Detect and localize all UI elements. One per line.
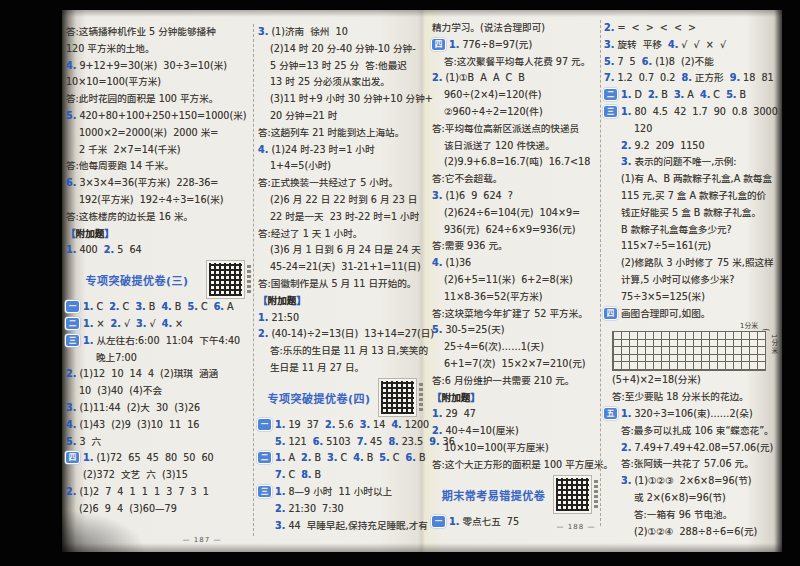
answer-text: 40÷4=10(厘米) <box>442 425 518 436</box>
section-marker-box: 一 <box>258 419 271 430</box>
answer-number: 3. <box>135 301 145 312</box>
answer-line: (1)有 A、B 两款粽子礼盒,A 款每盒 <box>604 171 780 188</box>
answer-number: 6. <box>214 301 224 312</box>
answer-line: 答:需要 936 元。 <box>432 238 599 255</box>
answer-text: 23.5 <box>399 436 430 447</box>
answer-line: 4. 9+12+9=30(米) 30÷3=10(米) <box>66 58 252 75</box>
answer-line: 20 分钟=21 时 <box>258 108 424 125</box>
answer-line: 5. 420+80+100+250+150=1000(米) <box>66 108 252 125</box>
answer-text: 【 <box>66 228 76 239</box>
answer-number: 1. <box>432 408 442 419</box>
answer-line: (5+4)×2=18(分米) <box>604 372 780 389</box>
answer-number: 1. <box>621 106 631 117</box>
answer-line: 答:经过了 1 天 1 小时。 <box>258 226 424 243</box>
answer-line: 四1. (1)72 65 45 80 50 60 <box>66 450 252 467</box>
answer-number: 6. <box>313 436 323 447</box>
answer-text: 45 <box>367 436 388 447</box>
answer-text: (1)72 65 45 80 50 60 <box>93 452 213 463</box>
answer-number: 3. <box>275 520 285 531</box>
answer-text: 答:平均每位高新区派送点的快递员 <box>432 123 579 134</box>
answer-line: 25÷4=6(次)……1(天) <box>432 339 599 356</box>
answer-text: 9+12+9=30(米) 30÷3=10(米) <box>76 60 227 71</box>
answer-number: 1. <box>621 408 631 419</box>
answer-number: 3. <box>621 156 631 167</box>
answer-line: 【附加题】 <box>432 390 599 407</box>
answer-number: 2. <box>109 301 119 312</box>
answer-number: 9. <box>730 72 740 83</box>
answer-text: 44 早睡早起,保持充足睡眠,才有 <box>285 520 428 531</box>
answer-text: 30-5=25(天) <box>442 324 504 335</box>
answer-text: B <box>172 301 188 312</box>
answer-column-4: 2. = < > < < >3. 旋转 平移 4. √ √ × √5. 7 5 … <box>604 20 780 540</box>
answer-text: 21:30 7:30 <box>285 503 343 514</box>
answer-text: 】 <box>296 295 306 306</box>
answer-text: 附加题 <box>268 295 297 306</box>
answer-line: 13 时 25 分必须从家出发。 <box>258 74 424 91</box>
answer-line: 5. 7 5 6. (1)8 (2)不能 <box>604 54 780 71</box>
answer-number: 4. <box>161 301 171 312</box>
answer-text: 5103 <box>323 436 357 447</box>
answer-text: 936(元) 624÷6×9=936(元) <box>444 224 576 235</box>
answer-text: (3)6 月 1 日到 6 月 24 日是 24 天 <box>270 244 421 255</box>
section-marker-box: 三 <box>604 106 617 117</box>
answer-text: A <box>285 452 301 463</box>
answer-line: 2. 9.2 209 1150 <box>604 138 780 155</box>
answer-line: 一1. C 2. C 3. B 4. B 5. C 6. A <box>66 299 252 316</box>
answer-line: 115×7÷5=161(元) <box>604 238 780 255</box>
answer-text: B <box>416 452 426 463</box>
answer-number: 1. <box>275 452 285 463</box>
answer-text: 2 千米 2×7=14(千米) <box>79 144 181 155</box>
answer-number: 4. <box>66 60 76 71</box>
answer-number: 2. <box>621 140 631 151</box>
grid-top-label: 1分米 <box>740 320 758 330</box>
answer-number: 4. <box>668 39 678 50</box>
answer-text: 29 47 <box>442 408 476 419</box>
answer-text: 零点七五 75 <box>459 516 519 527</box>
answer-line: 生日是 11 月 27 日。 <box>258 360 424 377</box>
answer-line: 2. (1)12 10 14 4 (2)琪琪 涵涵 <box>66 366 252 383</box>
answer-text: 192(平方米) 192÷4÷3=16(米) <box>79 194 224 205</box>
answer-text: × <box>93 318 110 329</box>
section-header: 专项突破提优卷(三) <box>66 259 252 299</box>
answer-number: 5. <box>66 110 76 121</box>
answer-text: 画图合理即可,如图。 <box>621 308 710 319</box>
answer-number: 3. <box>432 190 442 201</box>
answer-line: 答:6 月份维护一共需要 210 元。 <box>432 373 599 390</box>
answer-number: 2. <box>325 419 335 430</box>
answer-text: B <box>146 301 162 312</box>
answer-text: C <box>93 301 109 312</box>
answer-text: 【 <box>258 295 268 306</box>
answer-number: 4. <box>391 419 401 430</box>
column-divider <box>600 20 601 526</box>
answer-number: 3. <box>66 402 76 413</box>
answer-text: 3 六 <box>76 436 101 447</box>
answer-text: (1)24 时-23 时=1 小时 <box>268 144 374 155</box>
answer-text: 答:这趟列车 21 时能到达上海站。 <box>258 127 404 138</box>
answer-number: 1. <box>449 516 459 527</box>
answer-text: C <box>337 452 353 463</box>
answer-line: 三1. 从左往右:6:00 11:04 下午4:40 <box>66 333 252 350</box>
answer-number: 2. <box>275 503 285 514</box>
answer-number: 3. <box>327 452 337 463</box>
answer-text: 答:这辆播种机作业 5 分钟能够播种 <box>66 26 216 37</box>
answer-text: 22 时是一天 23 时-22 时=1 小时 <box>270 211 419 222</box>
answer-text: (1)36 <box>442 257 471 268</box>
answer-column-1: 答:这辆播种机作业 5 分钟能够播种120 平方米的土地。4. 9+12+9=3… <box>66 24 252 518</box>
answer-number: 5. <box>275 436 285 447</box>
section-marker-box: 五 <box>604 408 617 419</box>
answer-text: 答:他每周要跑 14 千米。 <box>66 160 174 171</box>
answer-line: 四1. 776÷8=97(元) <box>432 37 599 54</box>
answer-text: B <box>311 452 327 463</box>
answer-text: B 款粽子礼盒每盒多少元? <box>621 224 732 235</box>
section-marker-box: 四 <box>66 452 79 463</box>
answer-text: C <box>120 301 136 312</box>
answer-line: 960÷(2×4)=120(件) <box>432 87 599 104</box>
answer-text: (1)济南 徐州 10 <box>268 26 347 37</box>
answer-text: 生日是 11 月 27 日。 <box>270 362 364 373</box>
answer-line: (3)6 月 1 日到 6 月 24 日是 24 天 <box>258 242 424 259</box>
answer-number: 4. <box>700 89 710 100</box>
answer-text: (2)6+5=11(米) 6+2=8(米) <box>444 274 573 285</box>
answer-line: (2)6 9 4 (3)60—79 <box>66 501 252 518</box>
answer-text: 答:正式换装一共经过了 5 小时。 <box>258 177 398 188</box>
answer-text: 11×8-36=52(平方米) <box>444 291 543 302</box>
